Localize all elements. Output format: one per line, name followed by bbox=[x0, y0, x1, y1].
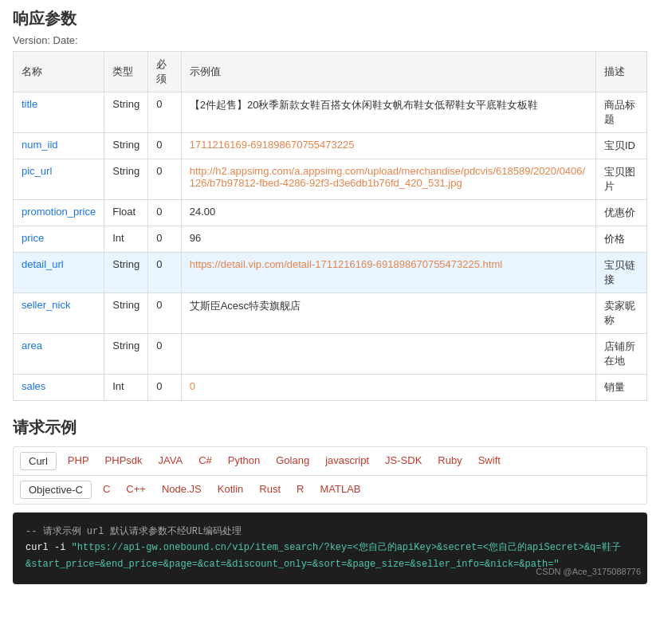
field-type-cell: String bbox=[104, 293, 148, 334]
field-required-cell: 0 bbox=[148, 253, 182, 293]
tab-item[interactable]: Node.JS bbox=[154, 481, 210, 499]
tab-item[interactable]: PHP bbox=[60, 452, 97, 470]
tab-item[interactable]: JAVA bbox=[151, 452, 191, 470]
field-desc-cell: 宝贝图片 bbox=[595, 159, 646, 200]
table-header-cell: 名称 bbox=[14, 52, 104, 92]
field-type-cell: String bbox=[104, 92, 148, 133]
field-example-cell: http://h2.appsimg.com/a.appsimg.com/uplo… bbox=[181, 159, 595, 200]
table-row: seller_nickString0艾斯臣Acesc特卖旗舰店卖家昵称 bbox=[14, 293, 647, 334]
table-header-cell: 示例值 bbox=[181, 52, 595, 92]
table-row: detail_urlString0https://detail.vip.com/… bbox=[14, 253, 647, 293]
response-table: 名称类型必须示例值描述 titleString0【2件起售】20秋季新款女鞋百搭… bbox=[13, 51, 647, 401]
field-example-cell: 0 bbox=[181, 375, 595, 401]
field-desc-cell: 宝贝ID bbox=[595, 133, 646, 159]
table-header-cell: 类型 bbox=[104, 52, 148, 92]
tab-item[interactable]: PHPsdk bbox=[97, 452, 151, 470]
tab-item[interactable]: Rust bbox=[251, 481, 289, 499]
field-type-cell: String bbox=[104, 133, 148, 159]
code-block: -- 请求示例 url 默认请求参数不经URL编码处理 curl -i "htt… bbox=[13, 512, 647, 584]
field-desc-cell: 卖家昵称 bbox=[595, 293, 646, 334]
table-row: pic_urlString0http://h2.appsimg.com/a.ap… bbox=[14, 159, 647, 200]
field-example-cell: 【2件起售】20秋季新款女鞋百搭女休闲鞋女帆布鞋女低帮鞋女平底鞋女板鞋 bbox=[181, 92, 595, 133]
field-example-cell: https://detail.vip.com/detail-1711216169… bbox=[181, 253, 595, 293]
field-name-cell: sales bbox=[14, 375, 104, 401]
field-example-cell: 96 bbox=[181, 226, 595, 253]
field-example-cell: 24.00 bbox=[181, 200, 595, 226]
field-name-cell: detail_url bbox=[14, 253, 104, 293]
tabs-row-2: Objective-CCC++Node.JSKotlinRustRMATLAB bbox=[14, 476, 646, 504]
field-required-cell: 0 bbox=[148, 334, 182, 375]
tab-item[interactable]: R bbox=[289, 481, 312, 499]
field-desc-cell: 宝贝链接 bbox=[595, 253, 646, 293]
field-type-cell: Int bbox=[104, 375, 148, 401]
table-row: areaString0店铺所在地 bbox=[14, 334, 647, 375]
field-type-cell: Int bbox=[104, 226, 148, 253]
tab-item[interactable]: C++ bbox=[118, 481, 154, 499]
field-name-cell: num_iid bbox=[14, 133, 104, 159]
tab-item[interactable]: Swift bbox=[470, 452, 509, 470]
field-name-cell: area bbox=[14, 334, 104, 375]
field-desc-cell: 价格 bbox=[595, 226, 646, 253]
tab-item[interactable]: C bbox=[95, 481, 118, 499]
field-example-cell: 1711216169-691898670755473225 bbox=[181, 133, 595, 159]
table-row: titleString0【2件起售】20秋季新款女鞋百搭女休闲鞋女帆布鞋女低帮鞋… bbox=[14, 92, 647, 133]
tab-item[interactable]: C# bbox=[191, 452, 220, 470]
field-type-cell: String bbox=[104, 159, 148, 200]
field-required-cell: 0 bbox=[148, 92, 182, 133]
tab-item[interactable]: Curl bbox=[20, 452, 57, 470]
field-required-cell: 0 bbox=[148, 293, 182, 334]
tab-item[interactable]: MATLAB bbox=[312, 481, 368, 499]
field-required-cell: 0 bbox=[148, 133, 182, 159]
field-name-cell: pic_url bbox=[14, 159, 104, 200]
table-header-cell: 描述 bbox=[595, 52, 646, 92]
version-label: Version: Date: bbox=[13, 34, 647, 46]
field-required-cell: 0 bbox=[148, 159, 182, 200]
field-type-cell: Float bbox=[104, 200, 148, 226]
table-row: promotion_priceFloat024.00优惠价 bbox=[14, 200, 647, 226]
tabs-container: CurlPHPPHPsdkJAVAC#PythonGolangjavascrip… bbox=[13, 446, 647, 505]
tabs-row-1: CurlPHPPHPsdkJAVAC#PythonGolangjavascrip… bbox=[14, 447, 646, 476]
field-name-cell: promotion_price bbox=[14, 200, 104, 226]
field-desc-cell: 商品标题 bbox=[595, 92, 646, 133]
field-example-cell: 艾斯臣Acesc特卖旗舰店 bbox=[181, 293, 595, 334]
table-row: salesInt00销量 bbox=[14, 375, 647, 401]
request-title: 请求示例 bbox=[13, 417, 647, 438]
table-row: priceInt096价格 bbox=[14, 226, 647, 253]
field-type-cell: String bbox=[104, 253, 148, 293]
field-desc-cell: 销量 bbox=[595, 375, 646, 401]
field-type-cell: String bbox=[104, 334, 148, 375]
tab-item[interactable]: Golang bbox=[268, 452, 317, 470]
field-desc-cell: 优惠价 bbox=[595, 200, 646, 226]
watermark: CSDN @Ace_3175088776 bbox=[536, 564, 641, 579]
field-name-cell: title bbox=[14, 92, 104, 133]
curl-command: curl -i bbox=[26, 542, 72, 553]
curl-url: "https://api-gw.onebound.cn/vip/item_sea… bbox=[26, 542, 621, 569]
table-header-cell: 必须 bbox=[148, 52, 182, 92]
tab-item[interactable]: Python bbox=[220, 452, 268, 470]
tab-item[interactable]: javascript bbox=[317, 452, 377, 470]
field-required-cell: 0 bbox=[148, 226, 182, 253]
field-required-cell: 0 bbox=[148, 375, 182, 401]
table-row: num_iidString01711216169-691898670755473… bbox=[14, 133, 647, 159]
field-required-cell: 0 bbox=[148, 200, 182, 226]
field-example-cell bbox=[181, 334, 595, 375]
field-desc-cell: 店铺所在地 bbox=[595, 334, 646, 375]
tab-item[interactable]: Kotlin bbox=[210, 481, 252, 499]
tab-item[interactable]: JS-SDK bbox=[377, 452, 430, 470]
tab-item[interactable]: Objective-C bbox=[20, 481, 92, 499]
tab-item[interactable]: Ruby bbox=[430, 452, 469, 470]
field-name-cell: seller_nick bbox=[14, 293, 104, 334]
response-title: 响应参数 bbox=[13, 8, 647, 29]
code-comment: -- 请求示例 url 默认请求参数不经URL编码处理 bbox=[26, 524, 634, 540]
field-name-cell: price bbox=[14, 226, 104, 253]
